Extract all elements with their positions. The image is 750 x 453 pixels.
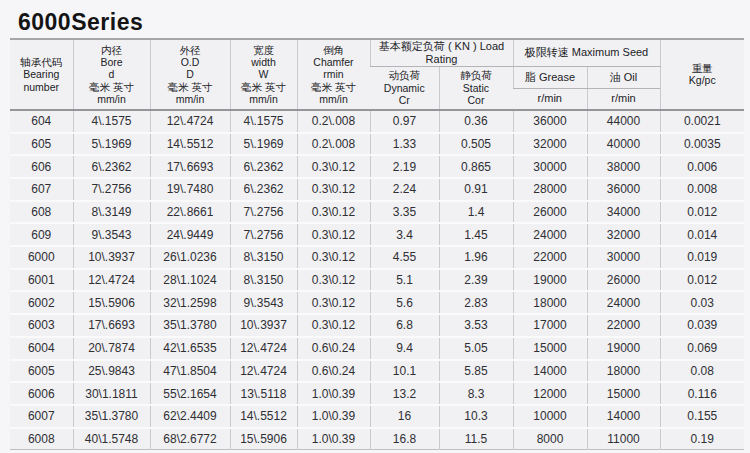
cell-dynamic-load: 13.2 [370, 382, 439, 405]
cell-bore: 10\.3937 [73, 246, 150, 269]
cell-bearing-number: 605 [10, 133, 73, 156]
header-line: mm/in [231, 93, 297, 105]
col-header-width: 宽度 width W 毫米 英寸 mm/in [230, 39, 297, 110]
cell-static-load: 1.45 [439, 223, 513, 246]
cell-static-load: 0.91 [439, 178, 513, 201]
table-row: 609 9\.3543 24\.9449 7\.2756 0.3\0.12 3.… [10, 223, 744, 246]
cell-grease-speed: 14000 [513, 360, 587, 383]
cell-dynamic-load: 3.35 [370, 201, 439, 224]
page-title: 6000Series [18, 10, 750, 34]
bearing-spec-table: 轴承代码 Bearing number 内径 Bore d 毫米 英寸 mm/i… [10, 38, 744, 450]
table-row: 6003 17\.6693 35\1.3780 10\.3937 0.3\0.1… [10, 314, 744, 337]
header-line: d [74, 68, 150, 80]
table-row: 608 8\.3149 22\.8661 7\.2756 0.3\0.12 3.… [10, 201, 744, 224]
cell-oil-speed: 44000 [587, 110, 660, 133]
cell-chamfer: 0.3\0.12 [297, 201, 370, 224]
col-header-chamfer: 倒角 Chamfer rmin 毫米 英寸 mm/in [297, 39, 370, 110]
header-line: 动负荷 [370, 69, 439, 81]
cell-width: 14\.5512 [230, 405, 297, 428]
cell-grease-speed: 19000 [513, 269, 587, 292]
cell-oil-speed: 11000 [587, 428, 660, 450]
cell-weight: 0.116 [660, 382, 744, 405]
cell-dynamic-load: 9.4 [370, 337, 439, 360]
table-body: 604 4\.1575 12\.4724 4\.1575 0.2\.008 0.… [10, 110, 744, 450]
col-header-weight: 重量 Kg/pc [660, 39, 744, 110]
header-line: 轴承代码 [10, 56, 73, 68]
cell-od: 12\.4724 [150, 110, 230, 133]
cell-bore: 5\.1969 [73, 133, 150, 156]
cell-weight: 0.069 [660, 337, 744, 360]
cell-chamfer: 0.3\0.12 [297, 314, 370, 337]
cell-weight: 0.039 [660, 314, 744, 337]
cell-width: 12\.4724 [230, 360, 297, 383]
header-line: width [231, 56, 297, 68]
table-row: 6001 12\.4724 28\1.1024 8\.3150 0.3\0.12… [10, 269, 744, 292]
cell-chamfer: 0.3\0.12 [297, 269, 370, 292]
col-header-od: 外径 O.D D 毫米 英寸 mm/in [150, 39, 230, 110]
cell-bearing-number: 6004 [10, 337, 73, 360]
cell-bore: 35\1.3780 [73, 405, 150, 428]
cell-oil-speed: 22000 [587, 314, 660, 337]
cell-chamfer: 1.0\0.39 [297, 382, 370, 405]
header-line: mm/in [151, 93, 230, 105]
cell-weight: 0.006 [660, 155, 744, 178]
cell-bore: 40\1.5748 [73, 428, 150, 450]
cell-bore: 12\.4724 [73, 269, 150, 292]
cell-od: 26\1.0236 [150, 246, 230, 269]
cell-weight: 0.0035 [660, 133, 744, 156]
cell-bearing-number: 6001 [10, 269, 73, 292]
table-row: 6007 35\1.3780 62\2.4409 14\.5512 1.0\0.… [10, 405, 744, 428]
cell-od: 35\1.3780 [150, 314, 230, 337]
cell-weight: 0.155 [660, 405, 744, 428]
cell-static-load: 5.05 [439, 337, 513, 360]
cell-chamfer: 0.2\.008 [297, 133, 370, 156]
cell-width: 8\.3150 [230, 269, 297, 292]
cell-grease-speed: 24000 [513, 223, 587, 246]
cell-chamfer: 0.6\0.24 [297, 360, 370, 383]
table-row: 6005 25\.9843 47\1.8504 12\.4724 0.6\0.2… [10, 360, 744, 383]
cell-grease-speed: 26000 [513, 201, 587, 224]
header-line: 倒角 [298, 44, 370, 56]
table-row: 6000 10\.3937 26\1.0236 8\.3150 0.3\0.12… [10, 246, 744, 269]
cell-bearing-number: 609 [10, 223, 73, 246]
header-line: 毫米 英寸 [151, 81, 230, 93]
cell-weight: 0.08 [660, 360, 744, 383]
table-row: 6004 20\.7874 42\1.6535 12\.4724 0.6\0.2… [10, 337, 744, 360]
cell-bore: 17\.6693 [73, 314, 150, 337]
cell-width: 13\.5118 [230, 382, 297, 405]
col-header-oil: 油 Oil [587, 66, 660, 88]
col-header-grease: 脂 Grease [513, 66, 587, 88]
header-line: W [231, 68, 297, 80]
cell-dynamic-load: 2.24 [370, 178, 439, 201]
header-line: Bearing [10, 68, 73, 80]
cell-chamfer: 1.0\0.39 [297, 405, 370, 428]
header-line: 宽度 [231, 44, 297, 56]
cell-dynamic-load: 0.97 [370, 110, 439, 133]
cell-dynamic-load: 16 [370, 405, 439, 428]
cell-static-load: 0.865 [439, 155, 513, 178]
cell-od: 28\1.1024 [150, 269, 230, 292]
cell-oil-speed: 18000 [587, 360, 660, 383]
cell-grease-speed: 22000 [513, 246, 587, 269]
header-line: Kg/pc [661, 74, 745, 86]
cell-bore: 25\.9843 [73, 360, 150, 383]
cell-od: 47\1.8504 [150, 360, 230, 383]
cell-od: 17\.6693 [150, 155, 230, 178]
header-line: 外径 [151, 44, 230, 56]
cell-width: 8\.3150 [230, 246, 297, 269]
cell-static-load: 11.5 [439, 428, 513, 450]
grease-unit: r/min [513, 88, 587, 110]
cell-grease-speed: 36000 [513, 110, 587, 133]
cell-grease-speed: 15000 [513, 337, 587, 360]
cell-od: 19\.7480 [150, 178, 230, 201]
cell-grease-speed: 28000 [513, 178, 587, 201]
cell-grease-speed: 30000 [513, 155, 587, 178]
cell-bearing-number: 607 [10, 178, 73, 201]
cell-static-load: 0.505 [439, 133, 513, 156]
header-line: 毫米 英寸 [231, 81, 297, 93]
cell-od: 55\2.1654 [150, 382, 230, 405]
cell-dynamic-load: 10.1 [370, 360, 439, 383]
header-line: number [10, 81, 73, 93]
cell-static-load: 3.53 [439, 314, 513, 337]
table-row: 606 6\.2362 17\.6693 6\.2362 0.3\0.12 2.… [10, 155, 744, 178]
